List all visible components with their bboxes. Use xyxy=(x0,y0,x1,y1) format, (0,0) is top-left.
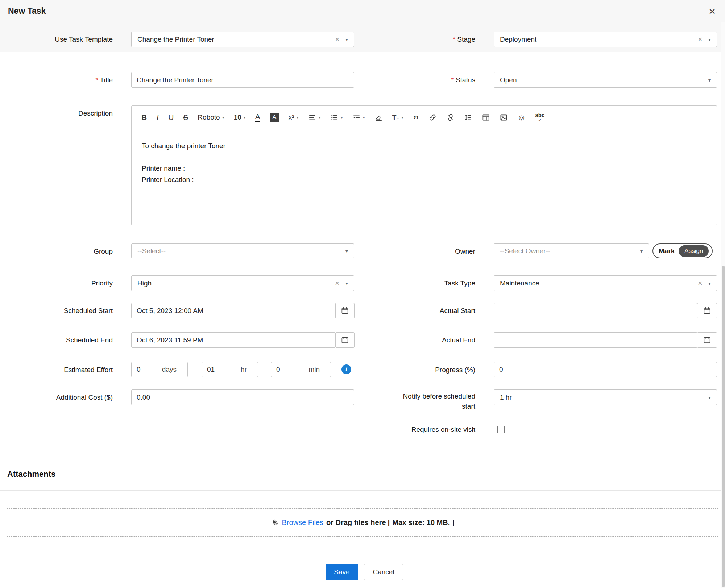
clear-format-button[interactable] xyxy=(370,110,388,125)
scrollbar-thumb[interactable] xyxy=(722,266,725,587)
font-size-select[interactable]: 10 ▾ xyxy=(229,110,250,125)
clear-icon[interactable]: × xyxy=(698,279,703,287)
use-task-template-value: Change the Printer Toner xyxy=(132,36,335,43)
group-select[interactable]: --Select-- ▾ xyxy=(131,243,354,258)
align-button[interactable]: ▾ xyxy=(303,110,326,125)
actual-end-calendar-button[interactable] xyxy=(697,332,717,348)
insert-table-button[interactable] xyxy=(477,110,495,125)
spellcheck-icon: abc ✓ xyxy=(535,112,544,122)
actual-start-calendar-button[interactable] xyxy=(697,303,717,318)
strikethrough-button[interactable]: S xyxy=(178,110,193,125)
spellcheck-button[interactable]: abc ✓ xyxy=(530,110,549,125)
info-icon[interactable]: i xyxy=(341,364,351,374)
line-height-button[interactable] xyxy=(459,110,477,125)
bullet-list-button[interactable]: ▾ xyxy=(326,110,348,125)
status-select[interactable]: Open ▾ xyxy=(494,72,717,88)
label-progress: Progress (%) xyxy=(362,365,475,375)
label-use-task-template: Use Task Template xyxy=(0,35,113,44)
effort-days-field[interactable]: days xyxy=(131,362,188,377)
chevron-down-icon: ▾ xyxy=(708,395,711,400)
chevron-down-icon: ▾ xyxy=(708,281,711,286)
label-title: *Title xyxy=(0,75,113,85)
effort-hours-field[interactable]: hr xyxy=(202,362,258,377)
bold-button[interactable]: B xyxy=(137,110,152,125)
chevron-down-icon: ▾ xyxy=(345,249,348,254)
scheduled-start-calendar-button[interactable] xyxy=(335,303,355,318)
task-type-select[interactable]: Maintenance × ▾ xyxy=(494,275,717,291)
mark-assign-control[interactable]: Mark Assign xyxy=(652,243,713,258)
required-asterisk: * xyxy=(95,76,98,84)
calendar-icon xyxy=(703,336,711,344)
close-icon[interactable]: × xyxy=(709,5,716,17)
link-icon xyxy=(428,113,437,122)
editor-content[interactable]: To change the printer Toner Printer name… xyxy=(132,129,717,185)
effort-minutes-field[interactable]: min xyxy=(271,362,331,377)
scheduled-start-input[interactable] xyxy=(131,303,336,318)
clear-icon[interactable]: × xyxy=(335,36,340,43)
scheduled-end-input[interactable] xyxy=(131,332,336,348)
align-left-icon xyxy=(308,113,316,122)
editor-line xyxy=(142,151,709,163)
clear-icon[interactable]: × xyxy=(698,36,703,43)
text-direction-button[interactable]: T ↓ ▾ xyxy=(388,110,408,125)
insert-image-button[interactable] xyxy=(495,110,513,125)
chevron-down-icon: ▾ xyxy=(319,115,321,120)
cancel-button[interactable]: Cancel xyxy=(364,564,403,580)
table-icon xyxy=(482,113,490,122)
image-icon xyxy=(500,113,508,122)
label-scheduled-start: Scheduled Start xyxy=(0,306,113,316)
editor-toolbar: B I U S Roboto ▾ 10 ▾ A A x² ▾ xyxy=(132,106,717,129)
browse-files-link[interactable]: Browse Files xyxy=(282,518,323,527)
dialog-title: New Task xyxy=(8,6,46,16)
stage-select[interactable]: Deployment × ▾ xyxy=(494,32,717,47)
label-stage: *Stage xyxy=(362,35,475,44)
priority-select[interactable]: High × ▾ xyxy=(131,275,354,291)
onsite-visit-checkbox[interactable] xyxy=(497,426,505,433)
highlight-color-button[interactable]: A xyxy=(265,110,284,125)
chevron-down-icon: ▾ xyxy=(345,37,348,42)
file-dropzone[interactable]: Browse Files or Drag files here [ Max si… xyxy=(7,508,718,537)
title-input[interactable] xyxy=(131,72,354,88)
status-value: Open xyxy=(494,76,708,84)
label-actual-start: Actual Start xyxy=(362,306,475,316)
actual-start-input[interactable] xyxy=(494,303,697,318)
description-editor[interactable]: B I U S Roboto ▾ 10 ▾ A A x² ▾ xyxy=(131,105,717,225)
effort-minutes-input[interactable] xyxy=(271,366,297,374)
effort-days-input[interactable] xyxy=(132,366,158,374)
unlink-icon xyxy=(446,113,455,122)
assign-button[interactable]: Assign xyxy=(679,245,709,257)
effort-days-unit: days xyxy=(162,366,177,374)
editor-line: Printer name : xyxy=(142,163,709,174)
save-button[interactable]: Save xyxy=(326,564,358,580)
clear-icon[interactable]: × xyxy=(335,279,340,287)
text-color-button[interactable]: A xyxy=(250,110,265,125)
additional-cost-input[interactable] xyxy=(131,389,354,405)
font-family-select[interactable]: Roboto ▾ xyxy=(193,110,229,125)
calendar-icon xyxy=(341,306,349,315)
group-value: --Select-- xyxy=(132,247,345,255)
actual-end-input[interactable] xyxy=(494,332,697,348)
chevron-down-icon: ▾ xyxy=(708,78,711,83)
indent-button[interactable]: ▾ xyxy=(348,110,370,125)
scheduled-end-calendar-button[interactable] xyxy=(335,332,355,348)
superscript-button[interactable]: x² ▾ xyxy=(284,110,303,125)
insert-link-button[interactable] xyxy=(424,110,442,125)
underline-button[interactable]: U xyxy=(163,110,178,125)
unlink-button[interactable] xyxy=(442,110,459,125)
owner-select[interactable]: --Select Owner-- ▾ xyxy=(494,243,649,258)
chevron-down-icon: ▾ xyxy=(345,281,348,286)
blockquote-button[interactable]: ” xyxy=(408,110,424,125)
footer-divider xyxy=(0,560,725,560)
label-actual-end: Actual End xyxy=(362,335,475,345)
editor-line: To change the printer Toner xyxy=(142,140,709,151)
use-task-template-select[interactable]: Change the Printer Toner × ▾ xyxy=(131,32,354,47)
task-type-value: Maintenance xyxy=(494,279,698,287)
chevron-down-icon: ▾ xyxy=(297,115,299,120)
effort-hours-input[interactable] xyxy=(202,366,228,374)
progress-input[interactable] xyxy=(494,362,717,377)
italic-button[interactable]: I xyxy=(152,110,163,125)
emoji-button[interactable]: ☺ xyxy=(513,110,530,125)
notify-before-select[interactable]: 1 hr ▾ xyxy=(494,389,717,405)
label-group: Group xyxy=(0,247,113,256)
indent-icon xyxy=(352,113,361,122)
